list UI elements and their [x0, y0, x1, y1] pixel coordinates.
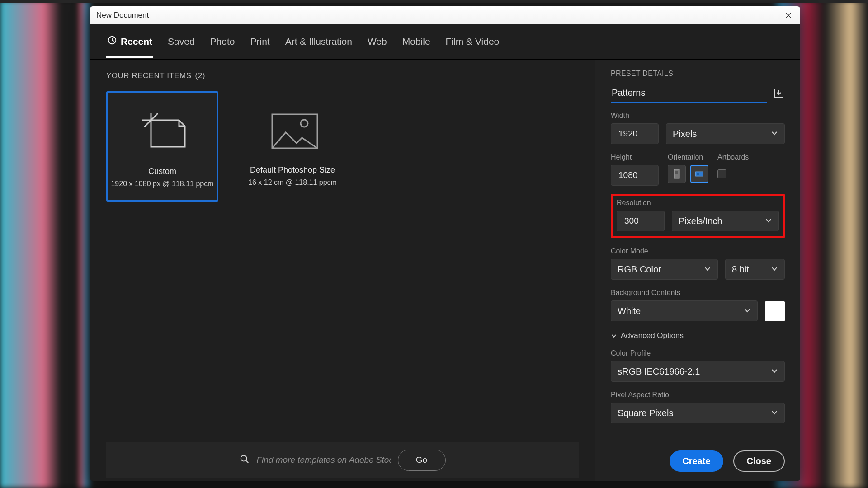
recent-item-title: Default Photoshop Size	[250, 165, 335, 175]
artboards-checkbox[interactable]	[717, 169, 726, 178]
bitdepth-value: 8 bit	[732, 264, 749, 275]
pixel-aspect-select[interactable]: Square Pixels	[611, 403, 785, 423]
tab-saved[interactable]: Saved	[167, 33, 196, 58]
chevron-down-icon	[704, 264, 711, 275]
recent-item-meta: 868 x 488 px @ 118.11 ppcm	[111, 180, 213, 188]
save-preset-icon[interactable]	[773, 87, 785, 101]
category-tabs: Recent Saved Photo Print Art & Illustrat…	[90, 24, 800, 60]
width-label: Width	[611, 112, 785, 120]
orientation-label: Orientation	[668, 153, 708, 161]
color-profile-value: sRGB IEC61966-2.1	[618, 366, 700, 377]
close-button[interactable]: Close	[733, 450, 785, 472]
image-icon	[265, 108, 320, 153]
preset-details-panel: PRESET DETAILS Width Pixels Height	[595, 60, 800, 481]
resolution-label: Resolution	[617, 199, 779, 207]
app-topbar	[0, 0, 868, 3]
pixel-aspect-label: Pixel Aspect Ratio	[611, 391, 785, 399]
preset-details-title: PRESET DETAILS	[611, 70, 785, 78]
stock-search-bar: Go	[106, 442, 579, 478]
resolution-highlight: Resolution Pixels/Inch	[611, 194, 785, 238]
colormode-select[interactable]: RGB Color	[611, 259, 718, 280]
height-label: Height	[611, 153, 659, 161]
width-input[interactable]	[611, 123, 659, 144]
artboards-label: Artboards	[717, 153, 749, 161]
recent-item-default[interactable]: Default Photoshop Size 16 x 12 cm @ 118.…	[236, 91, 349, 202]
background-value: White	[618, 306, 641, 316]
tab-label: Photo	[210, 36, 235, 47]
tab-label: Mobile	[402, 36, 430, 47]
close-icon[interactable]	[782, 9, 795, 22]
recent-header: YOUR RECENT ITEMS (2)	[106, 71, 579, 80]
tab-label: Web	[368, 36, 387, 47]
pixel-aspect-value: Square Pixels	[618, 408, 673, 418]
tab-photo[interactable]: Photo	[209, 33, 236, 58]
recent-header-text: YOUR RECENT ITEMS	[106, 71, 192, 80]
tab-label: Art & Illustration	[285, 36, 352, 47]
svg-point-2	[301, 120, 308, 127]
bitdepth-select[interactable]: 8 bit	[725, 259, 785, 280]
advanced-options-toggle[interactable]: Advanced Options	[611, 331, 785, 340]
search-icon	[240, 454, 250, 466]
tab-label: Print	[250, 36, 269, 47]
background-select[interactable]: White	[611, 300, 758, 321]
chevron-down-icon	[771, 408, 778, 418]
orientation-portrait[interactable]	[668, 165, 686, 183]
go-button[interactable]: Go	[398, 450, 446, 471]
recent-item-title: Custom	[148, 167, 176, 176]
recent-item-meta: 16 x 12 cm @ 118.11 ppcm	[248, 178, 337, 187]
background-swatch[interactable]	[765, 301, 785, 321]
svg-rect-5	[675, 171, 678, 174]
svg-rect-7	[697, 173, 699, 175]
color-profile-label: Color Profile	[611, 349, 785, 357]
tab-mobile[interactable]: Mobile	[401, 33, 431, 58]
svg-point-3	[241, 455, 246, 461]
tab-art[interactable]: Art & Illustration	[284, 33, 353, 58]
preset-name-input[interactable]	[611, 85, 767, 103]
advanced-options-label: Advanced Options	[621, 331, 684, 340]
colormode-value: RGB Color	[618, 264, 661, 275]
dialog-title: New Document	[96, 11, 149, 20]
recent-panel: YOUR RECENT ITEMS (2) Custom 868 x 488…	[90, 60, 595, 481]
recent-item-custom[interactable]: Custom 868 x 488 px @ 118.11 ppcm	[106, 91, 218, 202]
tab-label: Film & Video	[446, 36, 500, 47]
resolution-unit-value: Pixels/Inch	[679, 216, 722, 226]
stock-search-input[interactable]	[256, 452, 392, 468]
tab-label: Recent	[121, 36, 152, 47]
chevron-down-icon	[771, 129, 778, 139]
chevron-down-icon	[771, 366, 778, 377]
unit-select[interactable]: Pixels	[666, 123, 785, 144]
background-label: Background Contents	[611, 289, 785, 297]
resolution-unit-select[interactable]: Pixels/Inch	[672, 211, 779, 231]
color-profile-select[interactable]: sRGB IEC61966-2.1	[611, 361, 785, 382]
tab-recent[interactable]: Recent	[106, 32, 153, 58]
tab-print[interactable]: Print	[249, 33, 270, 58]
new-document-dialog: New Document Recent Saved Photo Print Ar…	[90, 6, 800, 481]
document-icon	[135, 109, 189, 154]
create-button[interactable]: Create	[670, 450, 723, 472]
unit-value: Pixels	[673, 129, 697, 139]
chevron-down-icon	[765, 216, 772, 226]
clock-icon	[107, 35, 117, 47]
chevron-down-icon	[744, 306, 751, 316]
tab-label: Saved	[168, 36, 195, 47]
recent-count: (2)	[195, 71, 205, 80]
dialog-titlebar: New Document	[90, 6, 800, 24]
height-input[interactable]	[611, 165, 659, 186]
chevron-down-icon	[771, 264, 778, 275]
orientation-landscape[interactable]	[690, 165, 708, 183]
colormode-label: Color Mode	[611, 247, 785, 255]
tab-web[interactable]: Web	[367, 33, 388, 58]
resolution-input[interactable]	[617, 211, 665, 231]
tab-film[interactable]: Film & Video	[445, 33, 500, 58]
